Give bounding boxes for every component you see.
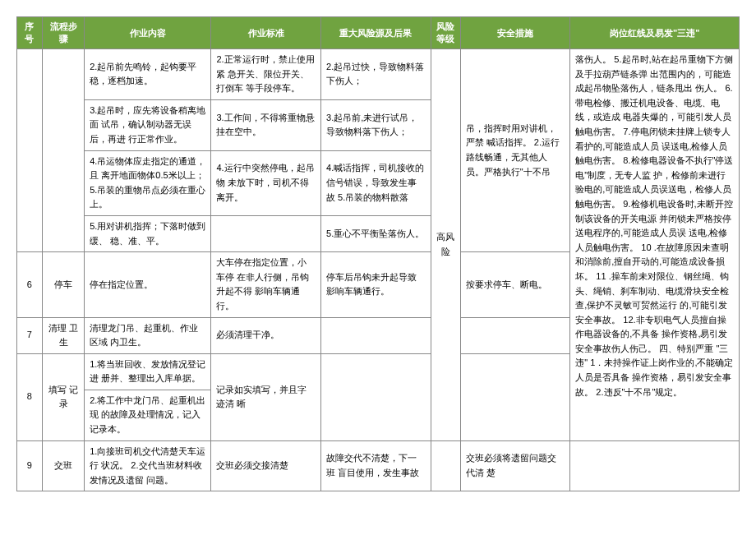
cell-risk: 5.重心不平衡坠落伤人。 — [321, 215, 431, 251]
cell-level: 高风险 — [431, 49, 460, 441]
cell-content: 1.将当班回收、发放情况登记进 册并、整理出入库单据。 — [85, 353, 211, 390]
cell-content: 清理龙门吊、起重机、作业区域 内卫生。 — [85, 317, 211, 353]
table-row: 2.起吊前先鸣铃，起钩要平稳，逐档加速。 2.正常运行时，禁止使用紧 急开关、限… — [17, 49, 740, 100]
cell-seq: 8 — [17, 353, 43, 440]
h-step: 流程步骤 — [42, 17, 84, 49]
cell-content: 1.向接班司机交代清楚天车运行 状况。 2.交代当班材料收发情况及遗留 问题。 — [85, 440, 211, 491]
cell-content: 2.起吊前先鸣铃，起钩要平稳，逐档加速。 — [85, 49, 211, 100]
h-level: 风险等级 — [431, 17, 460, 49]
cell-standard — [211, 215, 321, 251]
cell-seq: 6 — [17, 252, 43, 317]
cell-step: 交班 — [42, 440, 84, 491]
h-seq: 序号 — [17, 17, 43, 49]
cell-content: 停在指定位置。 — [85, 252, 211, 317]
cell-measure: 吊，指挥时用对讲机，严禁 喊话指挥。 2.运行路线畅通，无其他人 员。严格执行"… — [460, 49, 570, 252]
cell-standard: 2.正常运行时，禁止使用紧 急开关、限位开关、打倒车 等手段停车。 — [211, 49, 321, 100]
cell-standard: 3.工作间，不得将重物悬 挂在空中。 — [211, 99, 321, 150]
header-row: 序号 流程步骤 作业内容 作业标准 重大风险源及后果 风险等级 安全措施 岗位红… — [17, 17, 740, 49]
cell-standard: 必须清理干净。 — [211, 317, 321, 353]
h-redline: 岗位红线及易发"三违" — [570, 17, 740, 49]
cell-step: 填写 记录 — [42, 353, 84, 440]
cell-standard: 4.运行中突然停电，起吊物 未放下时，司机不得离开。 — [211, 150, 321, 215]
h-standard: 作业标准 — [211, 17, 321, 49]
cell-standard: 交班必须交接清楚 — [211, 440, 321, 491]
cell-measure: 交班必须将遗留问题交代清 楚 — [460, 440, 570, 491]
cell-risk: 2.起吊过快，导致物料落 下伤人； — [321, 49, 431, 100]
cell-standard: 大车停在指定位置，小车停 在非人行侧，吊钩升起不得 影响车辆通行。 — [211, 252, 321, 317]
cell-redline: 落伤人。 5.起吊时,站在起吊重物下方侧及手拉葫芦链条弹 出范围内的，可能造成起… — [570, 49, 740, 441]
h-risk: 重大风险源及后果 — [321, 17, 431, 49]
cell-risk: 4.喊话指挥，司机接收的 信号错误，导致发生事故 5.吊装的物料散落 — [321, 150, 431, 215]
cell-risk: 故障交代不清楚，下一班 盲目使用，发生事故 — [321, 440, 431, 491]
cell-measure: 按要求停车、断电。 — [460, 252, 570, 317]
cell-step: 清理 卫生 — [42, 317, 84, 353]
cell-measure — [460, 317, 570, 353]
cell-risk: 3.起吊前,未进行试吊，导致物料落下伤人； — [321, 99, 431, 150]
cell-step: 停车 — [42, 252, 84, 317]
cell-content: 4.吊运物体应走指定的通道，且 离开地面物体0.5米以上； 5.吊装的重物吊点必… — [85, 150, 211, 215]
table-row: 9 交班 1.向接班司机交代清楚天车运行 状况。 2.交代当班材料收发情况及遗留… — [17, 440, 740, 491]
cell-content: 5.用对讲机指挥；下落时做到缓、 稳、准、平。 — [85, 215, 211, 251]
cell-risk — [321, 353, 431, 440]
cell-content: 3.起吊时，应先将设备稍离地面 试吊，确认制动器无误后，再进 行正常作业。 — [85, 99, 211, 150]
cell-measure — [460, 353, 570, 440]
cell-risk — [321, 317, 431, 353]
safety-table: 序号 流程步骤 作业内容 作业标准 重大风险源及后果 风险等级 安全措施 岗位红… — [16, 16, 740, 491]
h-measure: 安全措施 — [460, 17, 570, 49]
cell-standard: 记录如实填写，并且字迹清 晰 — [211, 353, 321, 440]
cell-seq: 9 — [17, 440, 43, 491]
h-content: 作业内容 — [85, 17, 211, 49]
cell-risk: 停车后吊钩未升起导致 影响车辆通行。 — [321, 252, 431, 317]
cell-content: 2.将工作中龙门吊、起重机出现 的故障及处理情况，记入记录本。 — [85, 390, 211, 440]
cell-seq: 7 — [17, 317, 43, 353]
